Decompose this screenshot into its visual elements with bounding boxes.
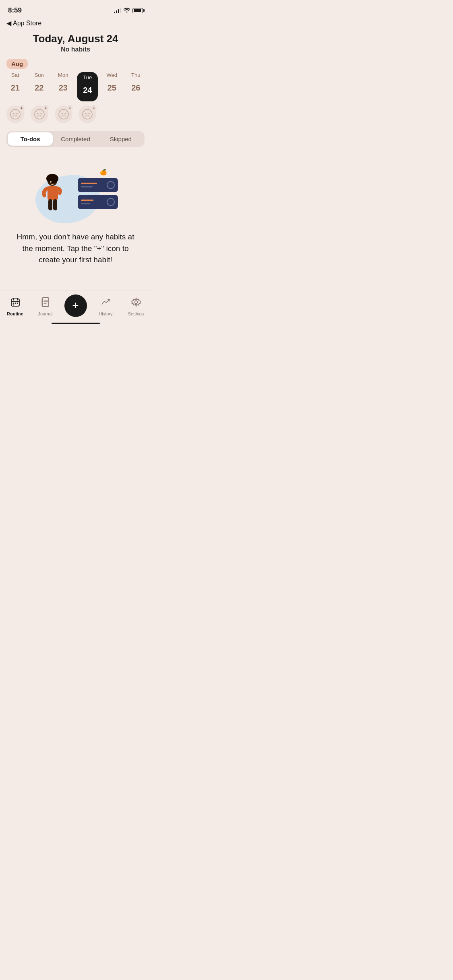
month-badge-container: Aug: [6, 59, 151, 69]
history-icon: [101, 297, 111, 310]
tab-completed[interactable]: Completed: [53, 132, 98, 146]
svg-point-22: [12, 303, 14, 304]
svg-point-9: [83, 109, 92, 119]
svg-point-17: [50, 181, 52, 183]
calendar-day-thu26[interactable]: Thu 26: [126, 72, 146, 101]
mood-face-icon: [34, 109, 45, 119]
calendar-day-mon23[interactable]: Mon 23: [53, 72, 73, 101]
mood-face-icon: [82, 109, 93, 119]
back-label: App Store: [13, 20, 41, 27]
battery-icon: [132, 8, 143, 13]
mood-item-2[interactable]: +: [29, 105, 50, 123]
mood-face-icon: [10, 109, 21, 119]
status-time: 8:59: [8, 6, 22, 14]
day-name: Thu: [131, 72, 140, 78]
mood-row: + + +: [0, 105, 151, 128]
header-subtitle: No habits: [0, 46, 151, 53]
day-name: Sun: [35, 72, 44, 78]
day-name: Mon: [58, 72, 68, 78]
day-number: 24: [79, 81, 96, 99]
header: Today, August 24 No habits: [0, 29, 151, 55]
day-number: 25: [103, 79, 121, 97]
svg-rect-16: [53, 199, 57, 210]
person-illustration: [39, 173, 68, 217]
svg-point-8: [64, 113, 66, 114]
calendar-day-wed25[interactable]: Wed 25: [102, 72, 122, 101]
add-icon: +: [72, 300, 79, 311]
svg-point-3: [35, 109, 44, 119]
tab-todos[interactable]: To-dos: [8, 132, 53, 146]
svg-point-1: [13, 113, 14, 114]
mood-plus-icon: +: [91, 105, 97, 111]
mood-plus-icon: +: [67, 105, 73, 111]
fruit-decoration: 🍊: [78, 169, 107, 175]
svg-point-5: [40, 113, 41, 114]
calendar-day-tue24[interactable]: Tue 24: [77, 72, 98, 101]
header-date: Today, August 24: [0, 33, 151, 45]
day-number: 21: [6, 79, 24, 97]
mood-item-1[interactable]: +: [5, 105, 25, 123]
calendar-day-sun22[interactable]: Sun 22: [29, 72, 49, 101]
habit-card-2: [78, 195, 118, 209]
back-arrow-icon: ◀: [6, 19, 11, 27]
empty-message: Hmm, you don't have any habits at the mo…: [15, 231, 136, 266]
calendar-strip: Sat 21 Sun 22 Mon 23 Tue 24 Wed 25 Thu 2…: [0, 70, 151, 105]
settings-icon: [131, 297, 141, 310]
mood-item-5: [101, 105, 122, 123]
wifi-icon: [124, 7, 130, 14]
status-icons: [114, 7, 143, 14]
day-name: Sat: [11, 72, 19, 78]
nav-item-add[interactable]: +: [60, 294, 91, 319]
svg-rect-27: [41, 299, 43, 306]
mood-circle: +: [79, 105, 96, 123]
history-label: History: [99, 311, 112, 316]
mood-circle: +: [55, 105, 72, 123]
back-button[interactable]: ◀ App Store: [0, 18, 151, 29]
svg-point-4: [37, 113, 38, 114]
journal-icon: [41, 297, 50, 310]
svg-rect-15: [48, 199, 52, 210]
habit-cards: 🍊: [78, 169, 118, 209]
journal-label: Journal: [38, 311, 52, 316]
mood-face-icon: [58, 109, 69, 119]
mood-plus-icon: +: [43, 105, 49, 111]
calendar-day-sat21[interactable]: Sat 21: [5, 72, 25, 101]
day-number: 26: [127, 79, 145, 97]
mood-item-4[interactable]: +: [77, 105, 97, 123]
mood-circle: +: [31, 105, 48, 123]
svg-point-24: [17, 303, 18, 304]
routine-icon: [10, 297, 21, 310]
svg-point-11: [89, 113, 90, 114]
mood-plus-icon: +: [19, 105, 25, 111]
svg-point-7: [61, 113, 62, 114]
day-name: Tue: [83, 74, 92, 80]
add-button[interactable]: +: [64, 294, 87, 317]
svg-point-0: [10, 109, 20, 119]
svg-point-10: [85, 113, 87, 114]
mood-circle: +: [6, 105, 24, 123]
empty-illustration: 🍊: [31, 159, 120, 223]
bottom-nav: Routine Journal + History: [0, 290, 151, 327]
home-indicator: [52, 323, 100, 324]
month-tag: Aug: [6, 59, 28, 69]
day-number: 23: [54, 79, 72, 97]
nav-item-history[interactable]: History: [91, 297, 121, 316]
day-name: Wed: [107, 72, 118, 78]
routine-label: Routine: [7, 311, 23, 316]
habit-card-1: [78, 178, 118, 192]
tabs-container: To-dos Completed Skipped: [6, 131, 145, 147]
empty-state: 🍊 Hmm, you don't have any habits at the …: [0, 147, 151, 274]
nav-item-journal[interactable]: Journal: [30, 297, 60, 316]
signal-bars-icon: [114, 8, 121, 13]
status-bar: 8:59: [0, 0, 151, 18]
tab-skipped[interactable]: Skipped: [98, 132, 143, 146]
mood-item-3[interactable]: +: [54, 105, 74, 123]
settings-label: Settings: [128, 311, 144, 316]
svg-rect-26: [42, 298, 49, 307]
svg-point-25: [12, 305, 14, 306]
day-number: 22: [30, 79, 48, 97]
nav-item-routine[interactable]: Routine: [0, 297, 30, 316]
mood-item-6: [126, 105, 146, 123]
nav-item-settings[interactable]: Settings: [121, 297, 151, 316]
svg-point-13: [46, 174, 58, 183]
